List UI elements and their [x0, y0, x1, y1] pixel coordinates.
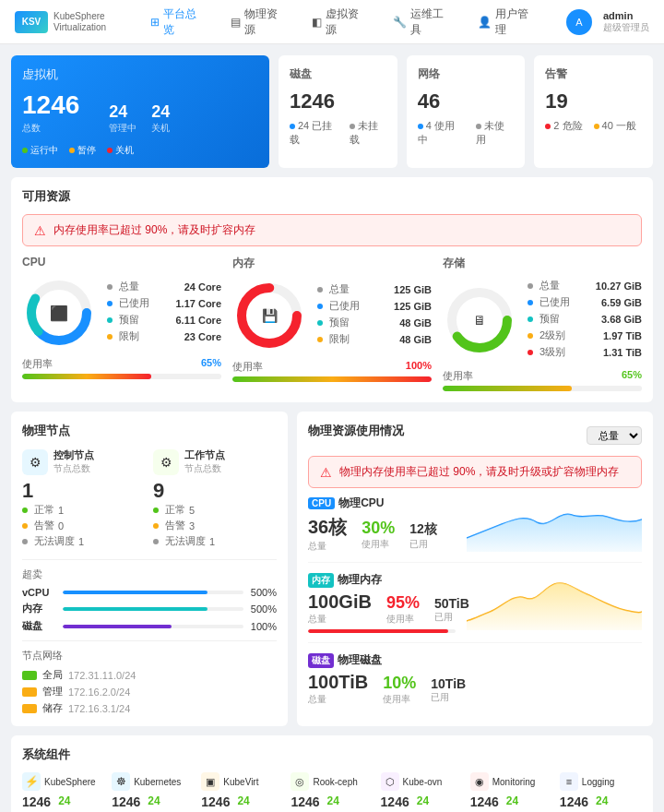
phy-cpu-used: 12核 已用 — [409, 521, 437, 551]
memory-donut: 💾 — [232, 279, 306, 352]
stor-detail-total: 总量 10.27 GiB — [528, 279, 642, 293]
logo-icon: KSV — [15, 11, 48, 33]
phy-memory-row: 内存 物理内存 100GiB 总量 95% 使用率 — [308, 572, 642, 643]
vm-ind-off: 关机 — [107, 144, 134, 157]
phy-cpu-nums: 36核 总量 30% 使用率 12核 已用 — [308, 515, 456, 553]
phy-cpu-total: 36核 总量 — [308, 515, 347, 553]
vm-stats: 1246 总数 24 管理中 24 关机 — [22, 90, 258, 135]
vm-ind-paused: 暂停 — [69, 144, 96, 157]
sys-item-5: ◉ Monitoring 1246 24 正常 故障 — [470, 772, 552, 812]
vm-sub-2: 24 关机 — [151, 102, 170, 135]
sys-nums-0: 1246 24 — [22, 794, 104, 809]
avatar: A — [566, 9, 592, 35]
control-info: 控制节点 节点总数 — [53, 448, 94, 475]
phy-stor-content: 磁盘 物理磁盘 100TiB 总量 10% 使用率 — [308, 652, 642, 706]
phy-mem-info: 内存 物理内存 100GiB 总量 95% 使用率 — [308, 572, 456, 633]
sys-icon-5: ◉ — [470, 772, 489, 791]
vm-title: 虚拟机 — [22, 66, 258, 83]
cpu-detail-reserved: 预留 6.11 Core — [107, 313, 221, 327]
phy-stor-title: 磁盘 物理磁盘 — [308, 652, 456, 668]
sys-icon-6: ≡ — [560, 772, 578, 791]
sys-nums-5: 1246 24 — [470, 794, 552, 809]
vm-main-count: 1246 总数 — [22, 90, 79, 135]
cpu-progress-fill — [22, 374, 151, 379]
sys-nums-1: 1246 24 — [112, 794, 194, 809]
nav-item-overview[interactable]: ⊞ 平台总览 — [139, 3, 216, 42]
control-unschedulable: 无法调度 1 — [22, 534, 146, 548]
sys-grid: ⚡ KubeSphere 1246 24 正常 故障 ☸ Kubernetes — [22, 772, 642, 812]
quota-vcpu: vCPU 500% — [22, 587, 277, 598]
quotas-section: 超卖 vCPU 500% 内存 500% — [22, 567, 277, 633]
vm-sub-stats: 24 管理中 24 关机 — [109, 102, 170, 135]
sys-components-section: 系统组件 ⚡ KubeSphere 1246 24 正常 故障 ☸ — [11, 735, 653, 812]
stor-detail-reserved: 预留 3.68 GiB — [528, 312, 642, 326]
summary-row: 虚拟机 1246 总数 24 管理中 24 关机 — [11, 55, 653, 168]
logo-subtitle: KubeSphereVirtualization — [53, 11, 106, 33]
cpu-donut: ⬛ — [22, 276, 96, 350]
disk-sub: 24 已挂载 未挂载 — [290, 119, 386, 147]
quota-disk: 磁盘 100% — [22, 619, 277, 633]
main: 虚拟机 1246 总数 24 管理中 24 关机 — [0, 44, 664, 812]
logo: KSV KubeSphereVirtualization — [15, 11, 106, 33]
phy-cpu-title: CPU 物理CPU — [308, 496, 456, 511]
sys-item-header-1: ☸ Kubernetes — [112, 772, 194, 791]
mem-detail-total: 总量 125 GiB — [317, 282, 432, 296]
sys-item-header-5: ◉ Monitoring — [470, 772, 552, 791]
physical-nodes-card: 物理节点 ⚙ 控制节点 节点总数 1 正常 1 告警 0 无法调度 1 — [11, 412, 288, 726]
network-card: 网络 46 4 使用中 未使用 — [407, 55, 526, 168]
avail-title: 可用资源 — [22, 188, 642, 205]
alert-banner-memory: ⚠ 内存使用率已超过 90%，请及时扩容内存 — [22, 214, 642, 246]
control-normal: 正常 1 — [22, 503, 146, 517]
cpu-progress-label: 使用率 65% — [22, 357, 221, 371]
sys-item-6: ≡ Logging 1246 24 正常 故障 — [560, 772, 642, 812]
phy-mem-bar-fill — [308, 629, 448, 633]
sys-icon-4: ⬡ — [381, 772, 399, 791]
storage-progress-fill — [443, 386, 572, 391]
memory-donut-container: 💾 总量 125 GiB 已使用 125 GiB 预留 — [232, 279, 432, 352]
disk-mounted: 24 已挂载 — [290, 119, 338, 147]
net-item-2: 储存 172.16.3.1/24 — [22, 701, 277, 715]
alert-summary-card: 告警 19 2 危险 40 一般 — [534, 55, 653, 168]
phy-cpu-row: CPU 物理CPU 36核 总量 30% 使用率 — [308, 496, 642, 563]
memory-resource-block: 内存 💾 总量 125 GiB — [232, 256, 432, 391]
phy-stor-nums: 100TiB 总量 10% 使用率 10TiB 已用 — [308, 672, 456, 706]
cpu-block-title: CPU — [22, 256, 221, 269]
sys-item-header-3: ◎ Rook-ceph — [290, 772, 373, 791]
stor-detail-level2: 2级别 1.97 TiB — [528, 328, 642, 342]
worker-list: 正常 5 告警 3 无法调度 1 — [153, 503, 277, 548]
phy-stor-pct: 10% 使用率 — [383, 674, 416, 706]
phy-storage-row: 磁盘 物理磁盘 100TiB 总量 10% 使用率 — [308, 652, 642, 706]
memory-progress: 使用率 100% — [232, 360, 432, 382]
phy-mem-used: 50TiB 已用 — [434, 596, 469, 624]
phy-select[interactable]: 总量 — [587, 426, 642, 445]
phy-cpu-content: CPU 物理CPU 36核 总量 30% 使用率 — [308, 496, 642, 553]
sys-nums-6: 1246 24 — [560, 794, 642, 809]
sys-icon-3: ◎ — [290, 772, 309, 791]
nav-item-ops[interactable]: 🔧 运维工具 — [382, 3, 463, 42]
user-info: admin 超级管理员 — [603, 10, 649, 34]
resource-grid: CPU ⬛ 总量 24 Core — [22, 256, 642, 391]
nav-item-virtual[interactable]: ◧ 虚拟资源 — [301, 3, 378, 42]
nav-item-physical[interactable]: ▤ 物理资源 — [219, 3, 297, 42]
cpu-donut-icon: ⬛ — [50, 304, 68, 322]
sys-nums-3: 1246 24 — [290, 794, 373, 809]
quota-list: vCPU 500% 内存 500% — [22, 587, 277, 633]
memory-progress-fill — [232, 376, 432, 382]
memory-block-title: 内存 — [232, 256, 432, 271]
storage-resource-block: 存储 🖥 总量 10.27 GiB — [443, 256, 642, 391]
network-title-label: 节点网络 — [22, 649, 277, 663]
storage-block-title: 存储 — [443, 256, 642, 271]
storage-progress-label: 使用率 65% — [443, 369, 642, 383]
nav-item-users[interactable]: 👤 用户管理 — [467, 3, 548, 42]
vm-ind-running: 运行中 — [22, 144, 58, 157]
worker-warn: 告警 3 — [153, 519, 277, 532]
network-in-use: 4 使用中 — [418, 119, 465, 147]
available-resources-section: 可用资源 ⚠ 内存使用率已超过 90%，请及时扩容内存 CPU — [11, 177, 653, 402]
network-main-num: 46 — [418, 90, 515, 113]
control-count: 1 — [22, 479, 146, 503]
phy-stor-used: 10TiB 已用 — [431, 676, 466, 704]
node-network: 节点网络 全局 172.31.11.0/24 管理 172.16.2.0/24 — [22, 649, 277, 715]
sys-item-0: ⚡ KubeSphere 1246 24 正常 故障 — [22, 772, 104, 812]
phy-mem-chart — [467, 575, 642, 630]
network-sub: 4 使用中 未使用 — [418, 119, 515, 147]
